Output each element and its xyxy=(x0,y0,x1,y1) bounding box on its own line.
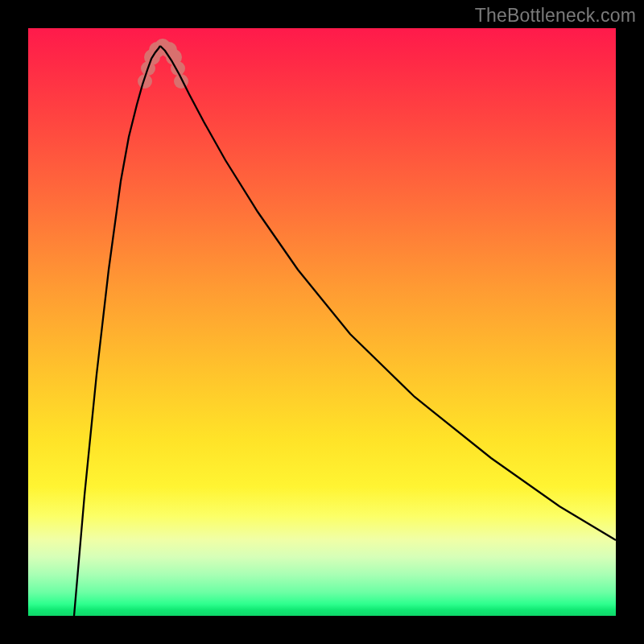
curve-left-branch xyxy=(74,46,160,616)
chart-svg xyxy=(28,28,616,616)
valley-dots-layer xyxy=(138,39,188,89)
curve-right-branch xyxy=(160,46,616,540)
watermark-text: TheBottleneck.com xyxy=(475,5,636,27)
chart-frame: TheBottleneck.com xyxy=(0,0,644,644)
plot-area xyxy=(28,28,616,616)
